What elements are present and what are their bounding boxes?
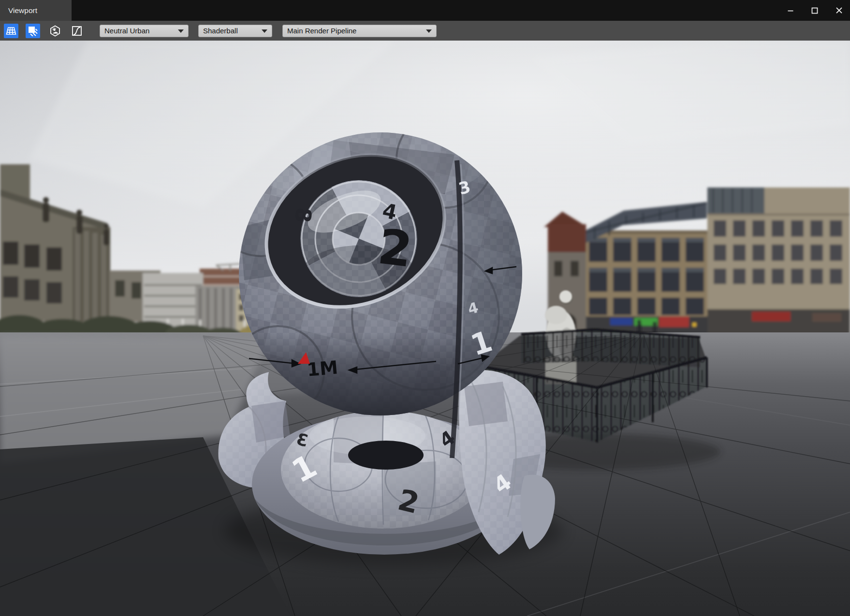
preview-mesh-dropdown-value: Shaderball xyxy=(203,27,238,35)
tool-btn-tonemap[interactable] xyxy=(70,24,84,38)
dropdown-caret-icon xyxy=(178,29,184,33)
titlebar: Viewport xyxy=(0,0,850,21)
viewport-window: Viewport xyxy=(0,0,850,616)
shadow-plane-icon xyxy=(28,26,38,36)
tool-btn-shadows[interactable] xyxy=(26,24,40,38)
tab-viewport[interactable]: Viewport xyxy=(0,0,72,21)
lookdev-scene: 3 1 2 4 xyxy=(0,41,850,616)
environment-dropdown-value: Neutral Urban xyxy=(104,27,149,35)
minimize-button[interactable] xyxy=(783,3,798,18)
environment-dropdown[interactable]: Neutral Urban xyxy=(100,25,189,37)
viewport-canvas[interactable]: 3 1 2 4 xyxy=(0,41,850,616)
preview-mesh-dropdown[interactable]: Shaderball xyxy=(198,25,272,37)
close-icon xyxy=(835,7,843,14)
viewport-toolbar: Neutral Urban Shaderball Main Render Pip… xyxy=(0,21,850,41)
dropdown-caret-icon xyxy=(262,29,267,33)
minimize-icon xyxy=(787,7,794,14)
tool-btn-ground-grid[interactable] xyxy=(4,24,18,38)
tool-btn-environment[interactable] xyxy=(48,24,62,38)
perspective-grid-icon xyxy=(6,26,16,36)
maximize-icon xyxy=(811,7,818,14)
hexagon-environment-icon xyxy=(49,25,61,37)
ball-label-1m: 1M xyxy=(306,357,339,380)
maximize-button[interactable] xyxy=(807,3,822,18)
ball-label-2: 2 xyxy=(375,218,415,278)
dropdown-caret-icon xyxy=(426,29,432,33)
close-button[interactable] xyxy=(832,3,846,18)
ball-label-8: 8 xyxy=(291,207,316,224)
tone-curve-icon xyxy=(72,26,82,36)
tab-viewport-label: Viewport xyxy=(8,6,37,15)
window-controls xyxy=(783,0,846,21)
render-pipeline-dropdown[interactable]: Main Render Pipeline xyxy=(282,25,437,37)
render-pipeline-dropdown-value: Main Render Pipeline xyxy=(287,27,356,35)
